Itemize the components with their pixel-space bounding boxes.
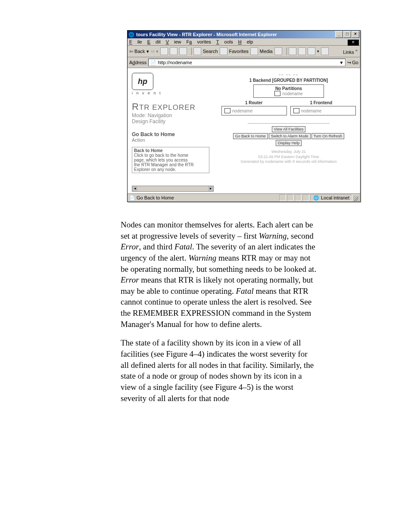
history-icon[interactable]	[274, 47, 282, 55]
stop-icon[interactable]	[160, 47, 168, 55]
discuss-icon[interactable]	[321, 47, 329, 55]
security-zone: 🌐 Local intranet	[310, 194, 352, 201]
frontend-node[interactable]: nodename	[293, 108, 353, 113]
minimize-button[interactable]: _	[335, 31, 343, 38]
invent-label: i n v e n t	[132, 91, 214, 95]
backend-node[interactable]: nodename	[256, 91, 321, 96]
address-label: Address	[129, 60, 146, 65]
sidebar: hp i n v e n t RTR EXPLORER Mode: Naviga…	[128, 68, 217, 193]
frontend-box: nodename	[290, 106, 356, 115]
main-pane: ▫▫ ▫▫ ▫▫ 1 Backend [GROUPED BY PARTITION…	[217, 68, 360, 193]
ie-window: 🌐 tours Facility View - RTR Explorer - M…	[127, 30, 361, 202]
media-button[interactable]: Media	[260, 49, 273, 54]
menu-file[interactable]: File	[129, 39, 142, 44]
help-title: Back to Home	[134, 148, 207, 153]
help-tooltip: Back to Home Click to go back to the hom…	[132, 147, 209, 173]
close-button[interactable]: ×	[352, 31, 359, 38]
node-name: nodename	[232, 109, 252, 113]
action-label: Action	[132, 137, 214, 143]
paragraph-2: The state of a facility shown by its ico…	[121, 337, 317, 404]
status-text: Go Back to Home	[137, 195, 174, 200]
partition-box: No Partitions nodename	[253, 84, 324, 98]
search-icon[interactable]	[193, 47, 201, 55]
toolbar: ⇦ Back ▾ ⇨ ▾ Search Favorites Media	[128, 46, 360, 57]
menu-tools[interactable]: Tools	[216, 39, 233, 44]
computer-icon	[274, 91, 280, 96]
turn-on-refresh-button[interactable]: Turn On Refresh	[311, 133, 345, 139]
address-dropdown-icon[interactable]: ▼	[339, 60, 343, 65]
edit-icon[interactable]	[308, 47, 315, 55]
hp-logo-icon: hp	[132, 73, 153, 90]
home-icon[interactable]	[179, 47, 187, 55]
node-name: nodename	[282, 91, 302, 96]
menu-favorites[interactable]: Favorites	[187, 39, 211, 44]
mode-line: Mode: Navigation	[132, 112, 214, 118]
window-title: tours Facility View - RTR Explorer - Mic…	[136, 32, 277, 37]
app-icon: 🌐	[128, 32, 134, 37]
mail-icon[interactable]	[289, 47, 296, 55]
favorites-button[interactable]: Favorites	[229, 49, 249, 54]
topology-icons: ▫▫ ▫▫ ▫▫	[221, 72, 356, 77]
back-button[interactable]: ⇦ Back ▾	[129, 49, 149, 54]
horizontal-scrollbar[interactable]: ◂ ▸	[132, 186, 214, 192]
menu-help[interactable]: Help	[238, 39, 253, 44]
no-partitions-label: No Partitions	[256, 86, 321, 91]
page-content: hp i n v e n t RTR EXPLORER Mode: Naviga…	[128, 68, 360, 193]
router-label: 1 Router	[245, 100, 263, 105]
go-icon: ↪	[347, 60, 351, 65]
router-box: nodename	[221, 106, 287, 115]
menu-edit[interactable]: Edit	[147, 39, 161, 44]
backend-label: 1 Backend [GROUPED BY PARTITION]	[221, 78, 356, 83]
statusbar: 📄 Go Back to Home 🌐 Local intranet	[128, 193, 360, 202]
design-facility-link[interactable]: Design Facility	[132, 118, 214, 124]
scroll-right-icon[interactable]: ▸	[208, 186, 213, 191]
help-line: page, which lets you access	[134, 158, 207, 162]
intranet-icon: 🌐	[313, 195, 319, 201]
help-line: Click to go back to the home	[134, 153, 207, 158]
help-line: Explorer on any node.	[134, 167, 207, 172]
computer-icon	[224, 108, 230, 113]
maximize-button[interactable]: □	[343, 31, 351, 38]
menu-view[interactable]: View	[166, 39, 181, 44]
router-node[interactable]: nodename	[224, 108, 284, 113]
paragraph-1: Nodes can monitor themselves for alerts.…	[121, 219, 317, 330]
help-line: the RTR Manager and the RTR	[134, 162, 207, 167]
address-input[interactable]: 📄http://nodename ▼	[148, 59, 346, 66]
frontend-label: 1 Frontend	[310, 100, 332, 105]
forward-button[interactable]: ⇨ ▾	[151, 49, 159, 54]
display-help-button[interactable]: Display Help	[276, 140, 302, 146]
page-icon: 📄	[129, 195, 135, 201]
media-icon[interactable]	[250, 47, 258, 55]
document-body: Nodes can monitor themselves for alerts.…	[121, 219, 317, 404]
refresh-icon[interactable]	[170, 47, 177, 55]
divider	[248, 123, 330, 124]
window-titlebar[interactable]: 🌐 tours Facility View - RTR Explorer - M…	[128, 31, 360, 38]
page-icon: 📄	[150, 60, 156, 65]
computer-icon	[293, 108, 299, 113]
favorites-icon[interactable]	[220, 47, 227, 55]
app-title: RTR EXPLORER	[132, 101, 214, 112]
view-all-facilities-button[interactable]: View All Facilities	[272, 126, 306, 132]
dropdown-icon[interactable]: ▾	[317, 49, 319, 53]
go-back-home-button[interactable]: Go Back to Home	[233, 133, 268, 139]
go-back-home-heading: Go Back to Home	[132, 131, 214, 137]
footer-text: Wednesday, July 21 03:21:49 PM Eastern D…	[221, 149, 356, 165]
go-button[interactable]: ↪ Go	[347, 60, 358, 65]
node-name: nodename	[301, 109, 321, 113]
search-button[interactable]: Search	[203, 49, 218, 54]
resize-grip[interactable]	[353, 196, 358, 201]
address-value: http://nodename	[158, 60, 192, 65]
print-icon[interactable]	[298, 47, 306, 55]
addressbar: Address 📄http://nodename ▼ ↪ Go	[128, 57, 360, 68]
switch-alarm-mode-button[interactable]: Switch to Alarm Mode	[269, 133, 311, 139]
menubar: File Edit View Favorites Tools Help e	[128, 38, 360, 46]
links-label[interactable]: Links »	[343, 48, 358, 55]
scroll-left-icon[interactable]: ◂	[132, 186, 137, 191]
